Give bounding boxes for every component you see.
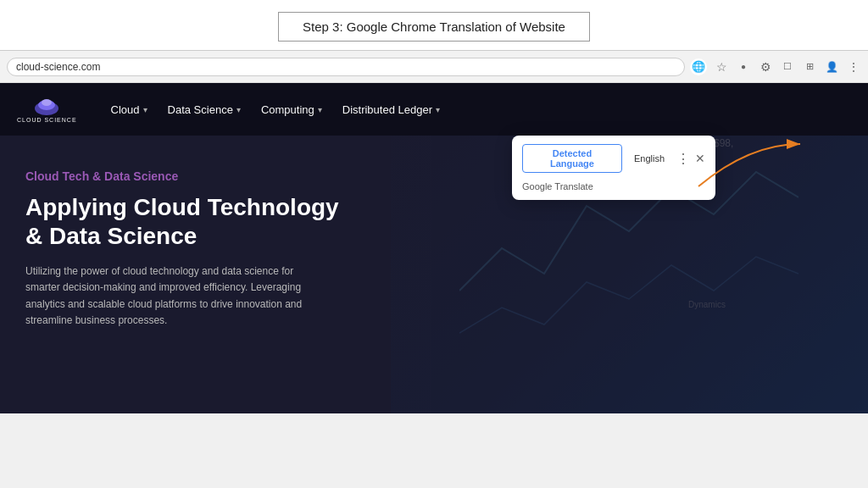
nav-distributed-ledger-chevron: ▾ — [436, 105, 440, 114]
browser-icons: 🌐 ☆ ● ⚙ ☐ ⊞ 👤 ⋮ — [690, 58, 861, 75]
translate-icon[interactable]: 🌐 — [690, 58, 707, 75]
logo-icon — [33, 97, 60, 115]
logo-text: CLOUD SCIENCE — [17, 117, 77, 123]
detected-language-button[interactable]: Detected Language — [522, 144, 622, 173]
nav-item-computing[interactable]: Computing ▾ — [261, 103, 322, 116]
step-label: Step 3: Google Chrome Translation of Web… — [278, 12, 590, 42]
extension-icon[interactable]: ⚙ — [758, 59, 773, 75]
translate-popup-buttons-row: Detected Language English ⋮ ✕ — [522, 144, 705, 173]
nav-distributed-ledger-label: Distributed Ledger — [342, 103, 432, 116]
hero-title: Applying Cloud Technology & Data Science — [25, 193, 348, 250]
profile-circle-icon[interactable]: ● — [736, 59, 751, 75]
english-language-button[interactable]: English — [627, 150, 671, 167]
more-options-icon[interactable]: ⋮ — [846, 59, 861, 75]
nav-bar: CLOUD SCIENCE Cloud ▾ Data Science ▾ Com… — [0, 83, 868, 136]
nav-cloud-label: Cloud — [111, 103, 140, 116]
tab-icon[interactable]: ☐ — [780, 59, 795, 75]
logo-area: CLOUD SCIENCE — [17, 97, 77, 123]
website-content: $98, Dynamics CLOUD SCIENCE Cloud ▾ Data… — [0, 83, 868, 413]
account-icon[interactable]: 👤 — [824, 59, 839, 75]
nav-item-data-science[interactable]: Data Science ▾ — [168, 103, 241, 116]
nav-items: Cloud ▾ Data Science ▾ Computing ▾ Distr… — [111, 103, 851, 116]
nav-item-distributed-ledger[interactable]: Distributed Ledger ▾ — [342, 103, 440, 116]
browser-toolbar: cloud-science.com 🌐 ☆ ● ⚙ ☐ ⊞ 👤 ⋮ — [0, 51, 868, 83]
browser-chrome: cloud-science.com 🌐 ☆ ● ⚙ ☐ ⊞ 👤 ⋮ — [0, 50, 868, 83]
hero-description: Utilizing the power of cloud technology … — [25, 263, 331, 329]
google-translate-label: Google Translate — [522, 178, 705, 191]
step-label-container: Step 3: Google Chrome Translation of Web… — [0, 0, 868, 50]
nav-item-cloud[interactable]: Cloud ▾ — [111, 103, 147, 116]
nav-computing-label: Computing — [261, 103, 314, 116]
nav-data-science-chevron: ▾ — [236, 105, 241, 114]
bookmark-icon[interactable]: ☆ — [714, 59, 729, 75]
arrow-indicator — [682, 136, 817, 203]
url-text: cloud-science.com — [16, 61, 100, 73]
grid-icon[interactable]: ⊞ — [802, 59, 817, 75]
nav-data-science-label: Data Science — [168, 103, 233, 116]
address-bar[interactable]: cloud-science.com — [7, 58, 685, 76]
svg-point-4 — [42, 99, 52, 106]
nav-computing-chevron: ▾ — [318, 105, 322, 114]
nav-cloud-chevron: ▾ — [143, 105, 147, 114]
